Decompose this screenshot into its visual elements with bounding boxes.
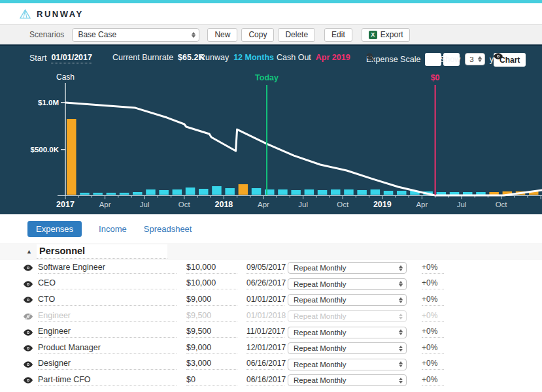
show-years-select[interactable]: 3: [465, 53, 484, 65]
growth-percent-field[interactable]: +0%: [422, 311, 444, 322]
growth-percent-field[interactable]: +0%: [422, 343, 444, 354]
expense-bar: [291, 190, 301, 195]
expense-bar: [371, 189, 381, 195]
expense-start-date-field[interactable]: 06/16/2017: [246, 375, 284, 386]
repeat-frequency-select[interactable]: Repeat Monthly: [288, 294, 407, 306]
expense-name-field[interactable]: CEO: [38, 278, 177, 289]
new-button[interactable]: New: [207, 28, 237, 42]
expense-bar: [344, 189, 354, 195]
runway-chart[interactable]: 2017AprJulOct2018AprJulOct2019AprJulOctC…: [0, 46, 542, 216]
growth-percent-field[interactable]: +0%: [422, 375, 444, 386]
repeat-frequency-select[interactable]: Repeat Monthly: [288, 310, 407, 322]
runway-label: Runway: [199, 53, 229, 62]
edit-button[interactable]: Edit: [324, 28, 352, 42]
expense-amount-field[interactable]: $9,000: [186, 343, 237, 354]
expense-name-field[interactable]: Engineer: [38, 311, 177, 322]
cashout-label: Cash Out: [277, 53, 311, 62]
visibility-eye-icon[interactable]: [24, 281, 38, 287]
growth-percent-field[interactable]: +0%: [422, 327, 444, 338]
expense-bar: [357, 190, 367, 195]
select-arrows-icon: [399, 281, 403, 287]
growth-percent-field[interactable]: +0%: [422, 295, 444, 306]
repeat-frequency-select[interactable]: Repeat Monthly: [288, 278, 407, 290]
start-date-field[interactable]: 01/01/2017: [51, 53, 92, 63]
excel-icon: X: [369, 31, 377, 39]
expense-start-date-field[interactable]: 09/05/2017: [246, 263, 284, 274]
cash-line: [65, 103, 542, 195]
scenario-select[interactable]: Base Case: [72, 28, 199, 42]
table-row: Engineer$9,50011/01/2017Repeat Monthly+0…: [0, 324, 542, 340]
expense-name-field[interactable]: Software Engineer: [38, 263, 177, 274]
visibility-eye-icon[interactable]: [24, 329, 38, 336]
expense-name-field[interactable]: Product Manager: [38, 343, 177, 354]
chart-toggle-button[interactable]: Chart: [494, 53, 526, 67]
tab-spreadsheet[interactable]: Spreadsheet: [144, 224, 192, 234]
expense-bar: [252, 188, 262, 195]
repeat-frequency-select[interactable]: Repeat Monthly: [288, 327, 407, 338]
collapse-section-icon[interactable]: ▲: [26, 248, 37, 255]
visibility-eye-icon[interactable]: [24, 361, 38, 368]
expense-bar: [318, 190, 328, 195]
expense-bar: [450, 192, 460, 195]
expense-bar: [212, 186, 222, 195]
x-axis-label: Jul: [457, 201, 467, 208]
expense-amount-field[interactable]: $3,000: [186, 359, 237, 370]
export-button[interactable]: X Export: [362, 28, 411, 42]
expense-bar: [107, 193, 116, 195]
chart-section: 2017AprJulOct2018AprJulOct2019AprJulOctC…: [0, 44, 542, 214]
expense-start-date-field[interactable]: 06/16/2017: [246, 359, 284, 370]
table-row: CEO$10,00006/26/2017Repeat Monthly+0%: [0, 276, 542, 293]
magnifier-plus-icon: [366, 53, 375, 61]
visibility-eye-off-icon[interactable]: [24, 313, 38, 320]
table-row: Engineer$9,50001/01/2018Repeat Monthly+0…: [0, 308, 542, 325]
expense-start-date-field[interactable]: 12/01/2017: [246, 343, 284, 354]
burnrate-group: Current Burnrate $65.2K: [112, 53, 204, 62]
tab-income[interactable]: Income: [99, 224, 127, 234]
expense-start-date-field[interactable]: 06/26/2017: [246, 278, 284, 289]
x-axis-label: Jul: [140, 201, 150, 208]
expense-start-date-field[interactable]: 11/01/2017: [246, 327, 284, 338]
visibility-eye-icon[interactable]: [24, 297, 38, 303]
expense-amount-field[interactable]: $9,500: [186, 311, 237, 322]
delete-button[interactable]: Delete: [278, 28, 315, 42]
expense-name-field[interactable]: Designer: [38, 359, 177, 370]
repeat-frequency-select[interactable]: Repeat Monthly: [288, 374, 407, 386]
expense-rows: Software Engineer$10,00009/05/2017Repeat…: [0, 260, 542, 389]
expense-amount-field[interactable]: $0: [186, 375, 237, 386]
x-axis-label: Apr: [258, 201, 269, 208]
select-arrows-icon: [478, 56, 482, 62]
copy-button[interactable]: Copy: [241, 28, 274, 42]
expense-bar: [489, 192, 499, 195]
expense-amount-field[interactable]: $10,000: [186, 263, 237, 274]
tab-expenses[interactable]: Expenses: [27, 221, 82, 237]
repeat-frequency-select[interactable]: Repeat Monthly: [288, 262, 407, 274]
expense-amount-field[interactable]: $10,000: [186, 278, 237, 289]
repeat-frequency-select[interactable]: Repeat Monthly: [288, 359, 407, 370]
expense-name-field[interactable]: Engineer: [38, 327, 177, 338]
burnrate-label: Current Burnrate: [112, 53, 173, 62]
expense-amount-field[interactable]: $9,000: [186, 295, 237, 306]
stats-bar: Start 01/01/2017 Current Burnrate $65.2K…: [0, 53, 542, 69]
growth-percent-field[interactable]: +0%: [422, 359, 444, 370]
x-axis-label: Oct: [337, 201, 349, 208]
view-tabs: Expenses Income Spreadsheet: [0, 214, 542, 243]
expense-amount-field[interactable]: $9,500: [186, 327, 237, 338]
expense-bar: [305, 189, 314, 195]
growth-percent-field[interactable]: +0%: [422, 278, 444, 289]
table-row: Part-time CFO$006/16/2017Repeat Monthly+…: [0, 372, 542, 389]
visibility-eye-icon[interactable]: [24, 345, 38, 351]
repeat-frequency-select[interactable]: Repeat Monthly: [288, 342, 407, 354]
expense-start-date-field[interactable]: 01/01/2017: [246, 295, 284, 306]
expense-start-date-field[interactable]: 01/01/2018: [246, 311, 284, 322]
visibility-eye-icon[interactable]: [24, 265, 38, 271]
cashout-value: Apr 2019: [316, 53, 350, 62]
growth-percent-field[interactable]: +0%: [422, 263, 444, 274]
visibility-eye-icon[interactable]: [24, 377, 38, 384]
expense-name-field[interactable]: Part-time CFO: [38, 375, 177, 386]
today-marker-label: Today: [255, 73, 279, 82]
section-title-field[interactable]: Personnel: [37, 244, 167, 259]
expense-name-field[interactable]: CTO: [38, 295, 177, 306]
select-arrows-icon: [399, 346, 403, 351]
runway-value: 12 Months: [233, 53, 274, 62]
zoom-out-button[interactable]: [425, 53, 441, 66]
